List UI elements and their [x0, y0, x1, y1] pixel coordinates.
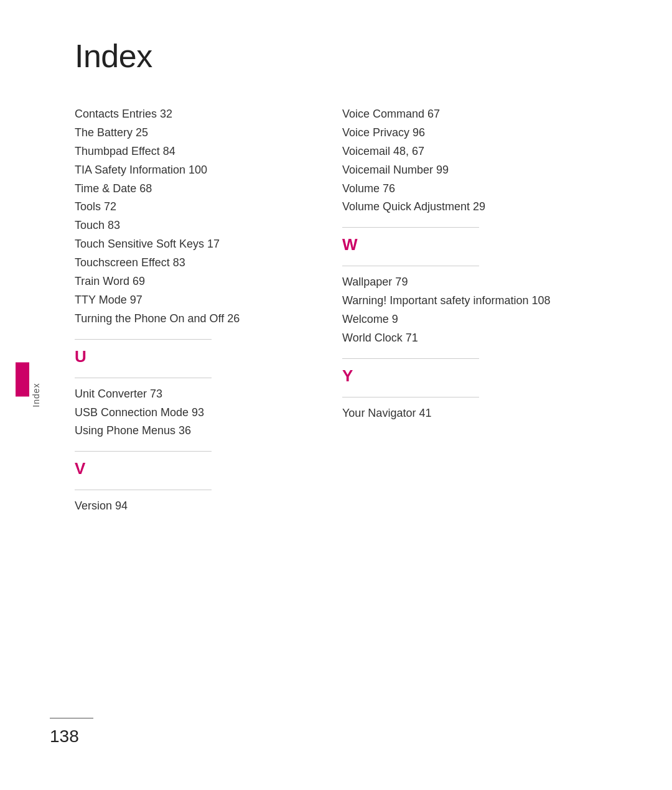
- list-item: Contacts Entries 32: [75, 106, 305, 123]
- list-item: Touch 83: [75, 217, 305, 235]
- list-item: Volume Quick Adjustment 29: [342, 198, 572, 216]
- section-letter-y: Y: [342, 366, 572, 386]
- list-item: Touch Sensitive Soft Keys 17: [75, 236, 305, 253]
- left-column: Contacts Entries 32 The Battery 25 Thumb…: [75, 106, 305, 516]
- section-letter-w: W: [342, 235, 572, 254]
- page: Index Index Contacts Entries 32 The Batt…: [0, 0, 672, 790]
- list-item: Version 94: [75, 498, 305, 515]
- divider-y: [342, 358, 479, 359]
- list-item: Voice Command 67: [342, 106, 572, 123]
- section-w-entries: Wallpaper 79 Warning! Important safety i…: [342, 274, 572, 347]
- list-item: Tools 72: [75, 198, 305, 216]
- list-item: Touchscreen Effect 83: [75, 254, 305, 272]
- section-v-entries: Version 94: [75, 498, 305, 515]
- list-item: TIA Safety Information 100: [75, 162, 305, 179]
- list-item: Thumbpad Effect 84: [75, 143, 305, 160]
- list-item: World Clock 71: [342, 330, 572, 347]
- left-top-entries: Contacts Entries 32 The Battery 25 Thumb…: [75, 106, 305, 328]
- page-title: Index: [75, 37, 622, 75]
- list-item: TTY Mode 97: [75, 292, 305, 309]
- list-item: Voicemail 48, 67: [342, 143, 572, 160]
- list-item: Unit Converter 73: [75, 386, 305, 403]
- list-item: Voicemail Number 99: [342, 162, 572, 179]
- list-item: Using Phone Menus 36: [75, 422, 305, 440]
- right-column: Voice Command 67 Voice Privacy 96 Voicem…: [342, 106, 572, 516]
- divider-y-bottom: [342, 397, 479, 397]
- list-item: Wallpaper 79: [342, 274, 572, 291]
- list-item: Voice Privacy 96: [342, 124, 572, 142]
- page-bottom-line: [50, 718, 93, 718]
- list-item: Turning the Phone On and Off 26: [75, 310, 305, 328]
- divider-w-bottom: [342, 266, 479, 266]
- list-item: Train Word 69: [75, 273, 305, 290]
- right-top-entries: Voice Command 67 Voice Privacy 96 Voicem…: [342, 106, 572, 216]
- sidebar-label: Index: [31, 383, 41, 407]
- section-letter-v: V: [75, 459, 305, 478]
- sidebar-bar: [16, 362, 29, 396]
- list-item: Warning! Important safety information 10…: [342, 292, 572, 310]
- divider-w: [342, 227, 479, 228]
- list-item: Your Navigator 41: [342, 405, 572, 422]
- page-number: 138: [50, 727, 79, 746]
- divider-v-bottom: [75, 490, 212, 490]
- divider-u-bottom: [75, 378, 212, 378]
- section-y-entries: Your Navigator 41: [342, 405, 572, 422]
- list-item: Time & Date 68: [75, 180, 305, 198]
- section-u-entries: Unit Converter 73 USB Connection Mode 93…: [75, 386, 305, 440]
- list-item: Volume 76: [342, 180, 572, 198]
- divider-v: [75, 451, 212, 452]
- section-letter-u: U: [75, 347, 305, 366]
- list-item: USB Connection Mode 93: [75, 404, 305, 422]
- list-item: Welcome 9: [342, 311, 572, 328]
- list-item: The Battery 25: [75, 124, 305, 142]
- content-area: Contacts Entries 32 The Battery 25 Thumb…: [75, 106, 622, 516]
- divider-u: [75, 339, 212, 340]
